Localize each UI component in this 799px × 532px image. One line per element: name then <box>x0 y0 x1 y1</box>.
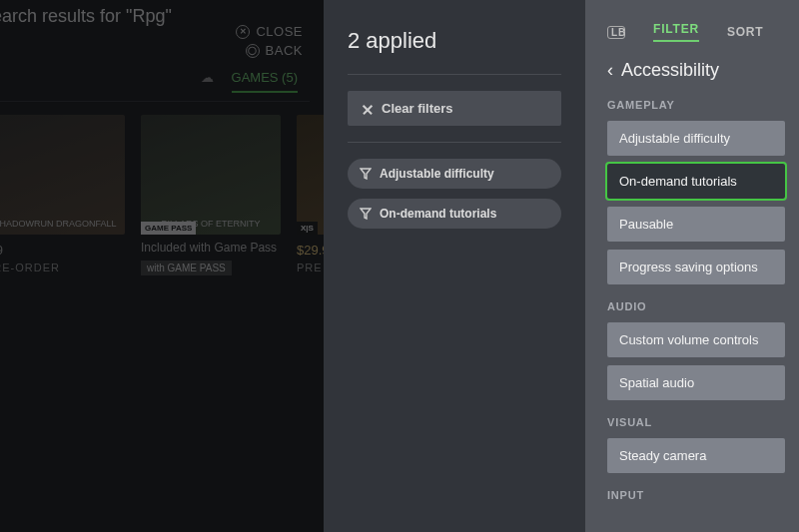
chevron-left-icon: ‹ <box>607 60 613 81</box>
divider <box>348 142 561 143</box>
game-art: SHADOWRUN DRAGONFALL <box>0 115 125 235</box>
filter-section-header: VISUAL <box>607 416 785 428</box>
back-button[interactable]: ◯ BACK <box>236 43 303 58</box>
filter-option[interactable]: Progress saving options <box>607 250 785 284</box>
filter-pill-label: Adjustable difficulty <box>380 167 494 181</box>
clear-filters-button[interactable]: Clear filters <box>348 91 561 126</box>
game-price: .99 <box>0 243 125 258</box>
gamepass-badge: GAME PASS <box>141 222 196 235</box>
divider <box>348 74 561 75</box>
filter-section-header: GAMEPLAY <box>607 99 785 111</box>
game-card[interactable]: SHADOWRUN DRAGONFALL .99 PRE-ORDER <box>0 115 125 275</box>
applied-filter-pill: On-demand tutorials <box>348 199 561 229</box>
back-icon: ◯ <box>246 44 260 58</box>
filter-option[interactable]: Steady camera <box>607 438 785 473</box>
gamepass-tag: with GAME PASS <box>141 261 232 275</box>
accessibility-header: Accessibility <box>621 60 719 81</box>
tabs: ☁ GAMES (5) <box>0 70 310 102</box>
tab-sort[interactable]: SORT <box>727 25 764 39</box>
filter-section-header: INPUT <box>607 489 785 501</box>
applied-filter-pill: Adjustable difficulty <box>348 159 561 189</box>
filter-icon <box>360 168 372 180</box>
clear-label: Clear filters <box>382 101 453 116</box>
back-label: BACK <box>266 43 303 58</box>
applied-count: 2 applied <box>348 28 561 54</box>
game-subtext: PRE-ORDER <box>0 262 125 273</box>
filter-option[interactable]: On-demand tutorials <box>607 164 785 199</box>
filter-option[interactable]: Pausable <box>607 207 785 242</box>
tab-filter[interactable]: FILTER <box>653 22 699 42</box>
filter-icon <box>360 208 372 220</box>
applied-filters-panel: 2 applied Clear filters Adjustable diffi… <box>324 0 585 532</box>
filter-option[interactable]: Custom volume controls <box>607 322 785 357</box>
filter-section-header: AUDIO <box>607 300 785 312</box>
tab-games[interactable]: GAMES (5) <box>232 70 298 93</box>
close-icon: ✕ <box>236 25 250 39</box>
accessibility-back-button[interactable]: ‹ Accessibility <box>607 60 785 81</box>
game-art: PILLARS OF ETERNITY GAME PASS <box>141 115 281 235</box>
filter-pill-label: On-demand tutorials <box>380 207 496 221</box>
game-included: Included with Game Pass <box>141 241 281 257</box>
xs-badge: X|S <box>297 222 318 235</box>
lb-icon: LB <box>607 26 625 39</box>
cloud-icon: ☁ <box>201 70 214 93</box>
search-results-title: Search results for "Rpg" <box>0 6 172 27</box>
filter-option[interactable]: Spatial audio <box>607 365 785 400</box>
close-label: CLOSE <box>256 24 303 39</box>
close-icon <box>362 103 374 115</box>
filter-panel: LB FILTER SORT ‹ Accessibility GAMEPLAYA… <box>585 0 799 532</box>
game-card[interactable]: PILLARS OF ETERNITY GAME PASS Included w… <box>141 115 281 275</box>
filter-option[interactable]: Adjustable difficulty <box>607 121 785 156</box>
close-button[interactable]: ✕ CLOSE <box>236 24 303 39</box>
